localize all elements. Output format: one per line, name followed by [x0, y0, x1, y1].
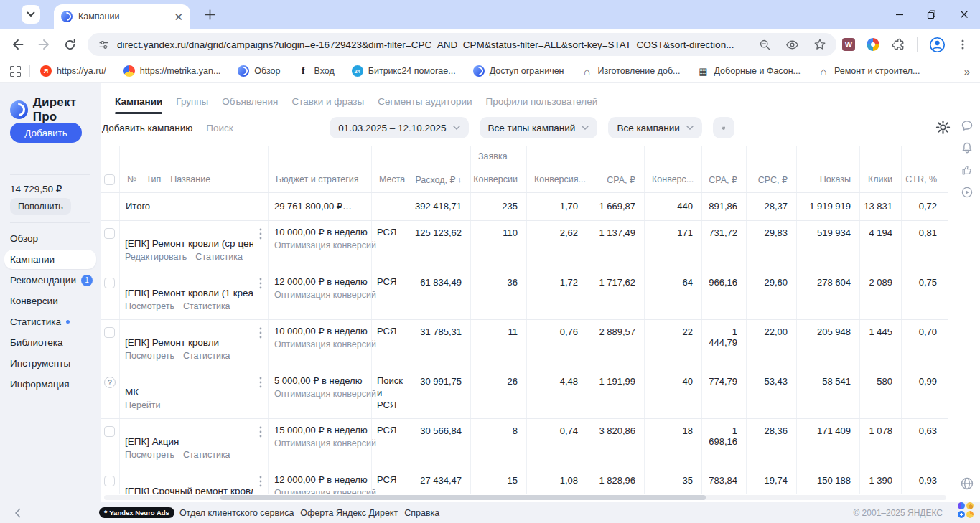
row-action-link[interactable]: Статистика [183, 450, 230, 460]
preview-eye-icon[interactable] [785, 38, 799, 52]
row-action-link[interactable]: Посмотреть [125, 301, 174, 311]
row-menu-kebab-icon[interactable] [259, 426, 262, 438]
table-settings-gear-button[interactable] [935, 120, 951, 136]
chat-support-icon[interactable] [961, 119, 974, 132]
budget-value[interactable]: 10 000,00 ₽ в неделю [274, 227, 367, 237]
bookmark-item[interactable]: https://metrika.yan... [123, 65, 221, 77]
row-menu-kebab-icon[interactable] [259, 228, 262, 240]
row-action-link[interactable]: Статистика [195, 252, 243, 262]
row-action-link[interactable]: Перейти [125, 400, 161, 410]
bookmark-item[interactable]: Доступ ограничен [473, 65, 564, 77]
campaign-row[interactable]: [ЕПК] Срочный ремонт кровли 12 000,00 ₽ … [101, 468, 948, 494]
add-campaign-button[interactable]: Добавить кампанию [102, 123, 192, 133]
column-header-name-group[interactable]: № Тип Название [119, 166, 268, 192]
row-checkbox[interactable] [104, 426, 115, 437]
zoom-icon[interactable] [759, 39, 771, 51]
sidebar-menu-item[interactable]: Библиотека [0, 332, 101, 353]
column-header-conversions-2[interactable]: Конверс... [644, 166, 701, 192]
date-range-dropdown[interactable]: 01.03.2025 – 12.10.2025 [330, 117, 468, 138]
url-bar[interactable]: direct.yandex.ru/dna/grid/campaigns?ulog… [88, 33, 836, 56]
sidebar-menu-item[interactable]: Кампании [0, 249, 101, 270]
row-menu-kebab-icon[interactable] [259, 278, 262, 289]
campaign-row[interactable]: ? МК Перейти 5 000,00 ₽ в неделю Оптимиз… [101, 369, 948, 418]
row-menu-kebab-icon[interactable] [259, 327, 262, 339]
browser-tab[interactable]: Кампании ✕ [54, 4, 190, 29]
campaign-row[interactable]: [ЕПК] Акция Посмотреть Статистика 15 000… [101, 418, 948, 468]
sidebar-menu-item[interactable]: Конверсии [0, 291, 101, 311]
window-close-button[interactable] [948, 0, 980, 29]
column-header-clicks[interactable]: Клики [859, 166, 901, 192]
row-menu-kebab-icon[interactable] [259, 377, 262, 388]
bookmark-item[interactable]: Доборные и Фасон... [697, 65, 801, 77]
column-header-cpa[interactable]: CPA, ₽ [587, 166, 644, 192]
column-header-places[interactable]: Места [371, 166, 406, 192]
horizontal-scrollbar[interactable] [104, 495, 946, 500]
section-tab[interactable]: Объявления [222, 96, 278, 107]
campaign-name-link[interactable]: [ЕПК] Ремонт кровли (ср цена) [125, 238, 253, 249]
search-input[interactable] [206, 123, 333, 133]
column-header-budget[interactable]: Бюджет и стратегия [268, 166, 371, 192]
bookmark-item[interactable]: https://ya.ru/ [40, 65, 106, 77]
footer-link[interactable]: Оферта Яндекс Директ [300, 508, 398, 518]
footer-link[interactable]: Отдел клиентского сервиса [179, 508, 294, 518]
language-globe-icon[interactable] [960, 476, 974, 491]
row-checkbox[interactable] [104, 476, 115, 486]
campaign-name-link[interactable]: МК [125, 387, 253, 397]
url-text[interactable]: direct.yandex.ru/dna/grid/campaigns?ulog… [117, 39, 752, 50]
row-checkbox[interactable] [104, 228, 115, 239]
column-header-conversion-rate[interactable]: Конверсия... [526, 166, 587, 192]
bookmark-item[interactable]: Битрикс24 помогае... [352, 65, 456, 77]
more-bookmarks-chevron[interactable]: » [964, 65, 970, 77]
section-tab[interactable]: Ставки и фразы [291, 96, 364, 107]
section-tab[interactable]: Группы [176, 96, 208, 107]
direct-pro-logo[interactable]: Директ Про [10, 95, 101, 124]
campaign-row[interactable]: [ЕПК] Ремонт кровли Посмотреть Статистик… [101, 319, 948, 369]
forward-button[interactable] [33, 34, 55, 55]
topup-button[interactable]: Пополнить [10, 198, 71, 215]
column-header-number[interactable]: № [127, 174, 136, 184]
row-action-link[interactable]: Статистика [183, 301, 230, 311]
yandex-service-icon[interactable] [966, 511, 974, 518]
new-tab-button[interactable] [202, 7, 218, 22]
yandex-service-icon[interactable] [958, 511, 965, 518]
column-header-ctr[interactable]: CTR, % [901, 166, 946, 192]
column-header-cpc[interactable]: CPC, ₽ [746, 166, 796, 192]
campaign-name-link[interactable]: [ЕПК] Ремонт кровли (1 креатив) [125, 288, 253, 298]
window-minimize-button[interactable] [883, 0, 915, 29]
budget-value[interactable]: 12 000,00 ₽ в неделю [274, 474, 367, 485]
section-tab[interactable]: Сегменты аудитории [378, 96, 472, 107]
extension-pinwheel-icon[interactable] [867, 38, 879, 51]
budget-value[interactable]: 5 000,00 ₽ в неделю [274, 375, 367, 386]
video-tutorial-play-icon[interactable] [961, 186, 974, 199]
row-action-link[interactable]: Посмотреть [125, 351, 174, 361]
add-button[interactable]: Добавить [10, 123, 82, 143]
campaign-name-link[interactable]: [ЕПК] Акция [125, 436, 253, 447]
extensions-puzzle-icon[interactable] [891, 37, 905, 52]
bookmark-item[interactable]: Изготовление доб... [582, 65, 681, 77]
browser-menu-icon[interactable] [957, 39, 969, 50]
reload-button[interactable] [59, 34, 80, 55]
campaign-row[interactable]: [ЕПК] Ремонт кровли (1 креатив) Посмотре… [101, 270, 948, 319]
bookmark-star-icon[interactable] [813, 38, 826, 51]
footer-link[interactable]: Справка [404, 508, 439, 518]
sidebar-menu-item[interactable]: Рекомендации 1 [0, 270, 101, 291]
question-mark-icon[interactable]: ? [104, 377, 116, 388]
tab-close-icon[interactable]: ✕ [174, 11, 183, 22]
budget-value[interactable]: 15 000,00 ₽ в неделю [274, 425, 367, 435]
profile-avatar[interactable] [929, 37, 946, 53]
site-info-icon[interactable] [98, 39, 110, 51]
sidebar-menu-item[interactable]: Обзор [0, 228, 101, 249]
sidebar-collapse-chevron[interactable] [14, 508, 21, 518]
yandex-service-icon[interactable] [958, 502, 965, 509]
row-action-link[interactable]: Редактировать [125, 252, 187, 262]
campaigns-filter-dropdown[interactable]: Все кампании [608, 117, 701, 138]
budget-value[interactable]: 12 000,00 ₽ в неделю [274, 276, 367, 287]
bookmark-item[interactable]: Ремонт и строител... [818, 65, 920, 77]
section-tab[interactable]: Кампании [115, 96, 162, 107]
tab-search-chevron-button[interactable] [22, 5, 40, 24]
row-action-link[interactable]: Статистика [183, 351, 230, 361]
yandex-service-icon[interactable] [966, 502, 974, 509]
budget-value[interactable]: 10 000,00 ₽ в неделю [274, 326, 367, 336]
back-button[interactable] [7, 34, 29, 55]
column-header-cost[interactable]: Расход, ₽↓ [406, 166, 470, 192]
